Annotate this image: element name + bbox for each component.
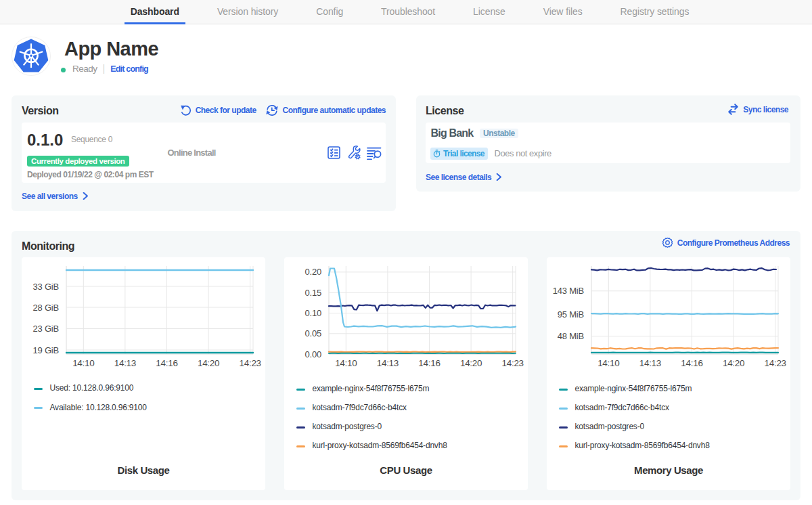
svg-text:0.00: 0.00 xyxy=(304,349,321,359)
svg-text:14:20: 14:20 xyxy=(723,358,744,368)
svg-text:14:23: 14:23 xyxy=(240,358,261,368)
svg-text:14:10: 14:10 xyxy=(335,358,357,368)
svg-text:14:13: 14:13 xyxy=(114,358,136,368)
svg-text:48 MiB: 48 MiB xyxy=(558,331,584,341)
svg-text:0.20: 0.20 xyxy=(304,267,321,277)
svg-text:143 MiB: 143 MiB xyxy=(553,286,584,296)
svg-text:19 GiB: 19 GiB xyxy=(32,345,59,355)
svg-text:0.05: 0.05 xyxy=(304,328,321,338)
svg-text:14:10: 14:10 xyxy=(597,358,619,368)
svg-text:0.10: 0.10 xyxy=(304,308,321,318)
svg-text:95 MiB: 95 MiB xyxy=(558,309,584,320)
svg-text:0.15: 0.15 xyxy=(304,288,321,298)
svg-text:14:20: 14:20 xyxy=(460,358,482,368)
svg-text:14:23: 14:23 xyxy=(502,358,524,368)
svg-text:14:16: 14:16 xyxy=(681,358,702,368)
svg-text:14:13: 14:13 xyxy=(639,358,661,368)
svg-text:14:20: 14:20 xyxy=(198,358,219,368)
svg-text:14:16: 14:16 xyxy=(418,358,440,368)
svg-text:14:10: 14:10 xyxy=(72,358,94,368)
svg-text:14:23: 14:23 xyxy=(765,358,786,368)
svg-text:28 GiB: 28 GiB xyxy=(32,303,59,313)
svg-text:23 GiB: 23 GiB xyxy=(32,324,59,334)
svg-text:14:16: 14:16 xyxy=(156,358,177,368)
svg-text:33 GiB: 33 GiB xyxy=(32,282,59,292)
svg-text:14:13: 14:13 xyxy=(377,358,399,368)
